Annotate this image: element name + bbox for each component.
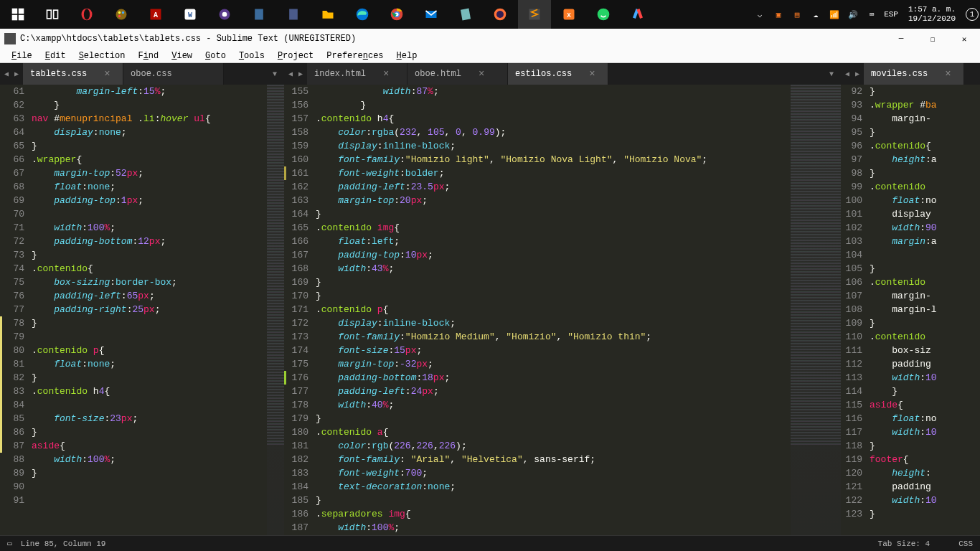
tab-label: estilos.css <box>515 69 572 79</box>
window-title-bar: C:\xampp\htdocs\tablets\tablets.css - Su… <box>0 29 980 49</box>
cursor-position[interactable]: Line 85, Column 19 <box>21 540 106 548</box>
code-area[interactable]: margin-left:15%; }nav #menuprincipal .li… <box>0 85 284 507</box>
tray-onedrive-icon[interactable]: ☁ <box>809 8 822 21</box>
menu-find[interactable]: Find <box>132 50 164 62</box>
menu-edit[interactable]: Edit <box>39 50 72 62</box>
svg-rect-3 <box>19 15 24 21</box>
tray-volume-icon[interactable]: 🔊 <box>847 8 859 21</box>
tab-close-icon[interactable]: × <box>945 68 951 80</box>
system-tray: ⌵ ▣ ▤ ☁ 📶 🔊 ⌨ ESP 1:57 a. m. 19/12/2020 … <box>753 5 979 24</box>
firefox-icon[interactable] <box>484 0 517 29</box>
menu-file[interactable]: File <box>6 50 38 62</box>
tab-close-icon[interactable]: × <box>383 68 389 80</box>
editor-pane-1[interactable]: 6162636465666768697071727374757677787980… <box>0 85 284 535</box>
clock-time: 1:57 a. m. <box>908 5 956 14</box>
tab-dropdown-icon[interactable]: ▼ <box>822 63 841 85</box>
clock-date: 19/12/2020 <box>908 14 956 24</box>
file-tab[interactable]: moviles.css× <box>864 63 964 85</box>
svg-rect-0 <box>12 9 18 14</box>
menu-tools[interactable]: Tools <box>233 50 270 62</box>
app-icon[interactable] <box>208 0 241 29</box>
word-icon[interactable]: W <box>174 0 207 29</box>
svg-text:X: X <box>567 11 571 19</box>
tab-close-icon[interactable]: × <box>479 68 484 80</box>
sublime-text-icon[interactable] <box>518 0 551 29</box>
adobe-reader-icon[interactable]: A <box>139 0 172 29</box>
minimap[interactable] <box>267 85 284 535</box>
opera-icon[interactable] <box>70 0 103 29</box>
tab-scroll-arrows[interactable]: ◀▶ <box>0 63 23 85</box>
tab-close-icon[interactable]: × <box>589 68 595 80</box>
file-explorer-icon[interactable] <box>311 0 344 29</box>
tray-wifi-icon[interactable]: 📶 <box>828 8 841 21</box>
code-area[interactable]: width:87%; }.contenido h4{ color:rgba(23… <box>284 85 841 534</box>
whatsapp-icon[interactable] <box>587 0 620 29</box>
panel-switcher-icon[interactable]: ▭ <box>7 539 12 548</box>
tab-group-3: ◀▶ moviles.css× <box>841 63 980 85</box>
taskbar-apps: A W X <box>1 0 654 29</box>
file-tab[interactable]: tablets.css× <box>23 63 123 85</box>
file-tab[interactable]: oboe.css <box>123 63 224 85</box>
menu-view[interactable]: View <box>166 50 198 62</box>
mail-icon[interactable] <box>415 0 448 29</box>
notifications-icon[interactable]: 1 <box>966 8 979 21</box>
edge-icon[interactable] <box>346 0 379 29</box>
maximize-button[interactable]: ☐ <box>917 29 948 49</box>
svg-rect-33 <box>637 9 643 19</box>
start-button[interactable] <box>1 0 34 29</box>
menu-project[interactable]: Project <box>272 50 319 62</box>
language-indicator[interactable]: ESP <box>884 10 898 19</box>
syntax-mode[interactable]: CSS <box>958 540 973 548</box>
editor-pane-3[interactable]: 9293949596979899100101102103104105106107… <box>841 85 980 535</box>
tab-label: oboe.css <box>131 69 172 79</box>
menu-help[interactable]: Help <box>391 50 423 62</box>
app-icon[interactable] <box>621 0 654 29</box>
tab-dropdown-icon[interactable]: ▼ <box>265 63 284 85</box>
tab-close-icon[interactable]: × <box>104 68 110 80</box>
task-view-icon[interactable] <box>36 0 69 29</box>
line-gutter: 9293949596979899100101102103104105106107… <box>841 85 870 521</box>
windows-taskbar: A W X ⌵ ▣ ▤ ☁ 📶 🔊 ⌨ ESP 1:57 a. m. 19/12… <box>0 0 980 29</box>
tray-keyboard-icon[interactable]: ⌨ <box>865 8 878 21</box>
tab-label: oboe.html <box>415 69 461 79</box>
editor-area: 6162636465666768697071727374757677787980… <box>0 85 980 535</box>
svg-rect-18 <box>255 9 263 20</box>
tab-label: tablets.css <box>30 69 87 79</box>
tab-size[interactable]: Tab Size: 4 <box>878 540 930 548</box>
svg-point-17 <box>222 12 227 17</box>
tray-xampp-icon[interactable]: ▣ <box>772 8 785 21</box>
svg-rect-1 <box>19 9 24 14</box>
menu-preferences[interactable]: Preferences <box>321 50 389 62</box>
paint-icon[interactable] <box>105 0 138 29</box>
editor-pane-2[interactable]: 1551561571581591601611621631641651661671… <box>284 85 841 535</box>
svg-point-27 <box>496 11 504 18</box>
svg-point-10 <box>122 11 124 14</box>
svg-rect-4 <box>47 10 52 19</box>
tab-scroll-arrows[interactable]: ◀▶ <box>284 63 307 85</box>
tray-chevron-icon[interactable]: ⌵ <box>753 8 766 21</box>
tab-label: index.html <box>314 69 366 79</box>
tab-scroll-arrows[interactable]: ◀▶ <box>841 63 864 85</box>
svg-point-7 <box>84 9 90 20</box>
file-tab[interactable]: oboe.html× <box>407 63 508 85</box>
file-tab[interactable]: estilos.css× <box>508 63 608 85</box>
menu-selection[interactable]: Selection <box>73 50 131 62</box>
system-clock[interactable]: 1:57 a. m. 19/12/2020 <box>904 5 960 24</box>
file-tab[interactable]: index.html× <box>307 63 407 85</box>
status-bar: ▭ Line 85, Column 19 Tab Size: 4 CSS <box>0 535 980 551</box>
close-button[interactable]: ✕ <box>948 29 980 49</box>
minimize-button[interactable]: ─ <box>885 29 917 49</box>
app-icon[interactable] <box>449 0 482 29</box>
xampp-icon[interactable]: X <box>552 0 585 29</box>
app-icon[interactable] <box>277 0 310 29</box>
svg-point-11 <box>118 15 121 17</box>
menu-goto[interactable]: Goto <box>199 50 232 62</box>
tab-group-1: ◀▶ tablets.css×oboe.css ▼ <box>0 63 284 85</box>
chrome-icon[interactable] <box>380 0 413 29</box>
tray-app-icon[interactable]: ▤ <box>791 8 804 21</box>
svg-text:W: W <box>188 11 192 19</box>
app-icon[interactable] <box>242 0 275 29</box>
minimap[interactable] <box>791 85 841 535</box>
tab-label: moviles.css <box>871 69 928 79</box>
tab-group-2: ◀▶ index.html×oboe.html×estilos.css× ▼ <box>284 63 841 85</box>
